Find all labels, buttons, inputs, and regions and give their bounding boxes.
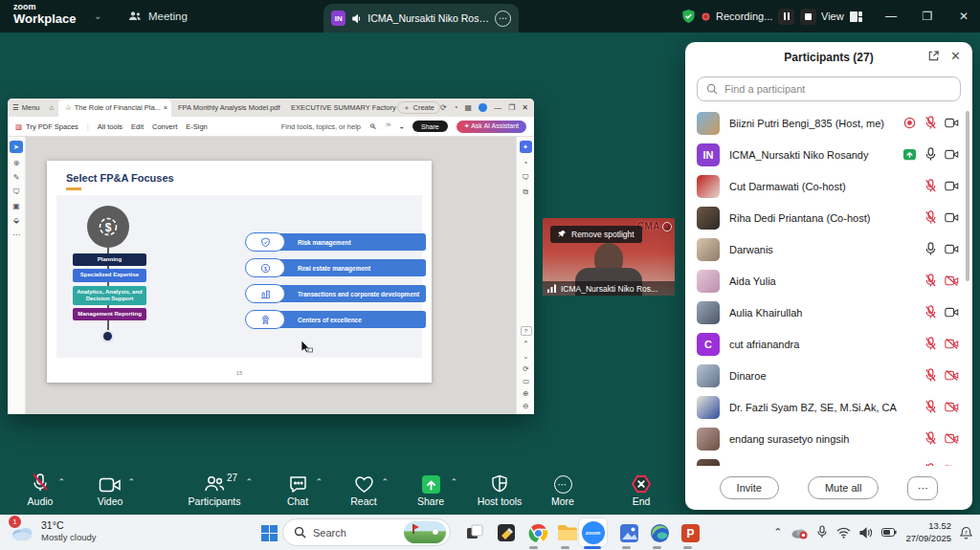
spotlight-video-tile[interactable]: CMA Remove spotlight ICMA_Nursakti Niko … — [543, 218, 675, 296]
tab-active-meeting[interactable]: IN ICMA_Nursakti Niko Rosandy ⋯ — [323, 4, 519, 33]
apps-grid-icon[interactable]: ▦ — [465, 103, 473, 112]
acrobat-menu-button[interactable]: ☰ Menu — [8, 103, 45, 112]
photos-app-icon[interactable] — [616, 520, 641, 545]
fit-page-icon[interactable]: ▭ — [523, 377, 529, 385]
share-options-chevron[interactable]: ⌃ — [450, 477, 457, 487]
mic-off-icon[interactable] — [923, 337, 938, 352]
minimize-button[interactable]: — — [875, 0, 907, 33]
camera-off-icon[interactable] — [944, 431, 959, 447]
acrobat-tab-executive-summary[interactable]: EXECUTIVE SUMMARY Factory ... — [284, 99, 397, 117]
react-button[interactable]: ⌃ React — [333, 471, 394, 513]
esign-menu[interactable]: E-Sign — [186, 122, 208, 131]
participant-row[interactable]: IN ICMA_Nursakti Niko Rosandy — [685, 139, 972, 170]
participants-button[interactable]: 27 ⌃ Participants — [176, 471, 253, 513]
comments-panel-icon[interactable]: 🗨︎ — [522, 173, 529, 182]
tray-chevron-icon[interactable]: ⌃ — [773, 526, 782, 539]
more-tools-icon[interactable]: ⋯ — [12, 231, 20, 239]
page-up-icon[interactable]: ⌃ — [523, 340, 528, 348]
close-tab-icon[interactable]: × — [164, 103, 167, 112]
react-options-chevron[interactable]: ⌃ — [381, 477, 389, 487]
rotate-icon[interactable]: ⟳ — [523, 364, 528, 373]
camera-on-icon[interactable] — [944, 179, 959, 194]
pages-panel-icon[interactable]: ⧉ — [523, 187, 528, 197]
camera-on-icon[interactable] — [944, 116, 959, 131]
mic-off-icon[interactable] — [923, 274, 938, 289]
popout-icon[interactable] — [927, 50, 940, 62]
chrome-icon[interactable] — [525, 520, 550, 545]
participant-row[interactable]: Riha Dedi Priantana (Co-host) — [685, 202, 972, 233]
notifications-icon[interactable]: ◔ — [454, 103, 458, 112]
view-button[interactable]: View — [821, 0, 862, 33]
participants-options-chevron[interactable]: ⌃ — [245, 477, 253, 487]
acrobat-minimize-icon[interactable]: — — [494, 103, 501, 112]
all-tools-menu[interactable]: All tools — [98, 122, 122, 131]
audio-button[interactable]: ⌃ Audio — [10, 471, 71, 513]
mic-off-icon[interactable] — [923, 210, 938, 226]
account-avatar[interactable] — [479, 103, 487, 112]
help-icon[interactable]: ◒ — [400, 122, 405, 131]
tab-meeting[interactable]: Meeting — [128, 0, 188, 33]
zoom-in-icon[interactable]: ⊕ — [523, 389, 528, 398]
refresh-icon[interactable]: ⟳ — [440, 103, 447, 112]
camera-off-icon[interactable] — [944, 337, 959, 352]
participant-row[interactable] — [685, 454, 972, 466]
powerpoint-icon[interactable]: P — [678, 520, 702, 545]
mic-on-icon[interactable] — [923, 147, 938, 163]
mic-off-icon[interactable] — [923, 431, 938, 447]
security-shield-icon[interactable] — [681, 9, 696, 24]
zoom-out-icon[interactable]: ⊖ — [523, 402, 528, 410]
camera-on-icon[interactable] — [944, 305, 959, 320]
camera-off-icon[interactable] — [944, 274, 959, 289]
invite-button[interactable]: Invite — [720, 476, 779, 499]
close-panel-icon[interactable]: ✕ — [950, 49, 961, 63]
chat-options-chevron[interactable]: ⌃ — [315, 477, 323, 487]
edit-menu[interactable]: Edit — [131, 122, 144, 131]
participant-row[interactable]: endang surasetyo ningsih — [685, 423, 972, 454]
camera-off-icon[interactable] — [944, 368, 959, 384]
file-explorer-icon[interactable] — [555, 520, 580, 545]
cloud-icon[interactable]: ⛅︎ — [386, 121, 391, 131]
taskbar-search[interactable]: Search — [282, 518, 451, 546]
recording-cloud-icon[interactable] — [791, 526, 808, 539]
acrobat-tab-fpa-monthly[interactable]: FPA Monthly Analysis Model.pdf — [171, 99, 284, 117]
zoom-tool-icon[interactable]: ⊕ — [13, 159, 20, 167]
battery-icon[interactable] — [881, 528, 897, 537]
ask-ai-assistant-button[interactable]: ✦ Ask AI Assistant — [457, 121, 526, 133]
camera-on-icon[interactable] — [944, 147, 959, 163]
search-highlight-image[interactable] — [404, 521, 446, 543]
video-options-chevron[interactable]: ⌃ — [127, 477, 135, 487]
audio-options-chevron[interactable]: ⌃ — [57, 477, 65, 487]
task-view-button[interactable] — [462, 520, 487, 545]
scrollbar[interactable] — [966, 111, 969, 281]
restore-button[interactable]: ❐ — [911, 0, 944, 33]
ai-assistant-icon[interactable]: ✦ — [520, 141, 532, 153]
participant-row[interactable]: Dr. Fazli Syam BZ, SE, M.Si.Ak, CA — [685, 391, 972, 423]
microphone-tray-icon[interactable] — [816, 525, 828, 539]
participant-row[interactable]: Biizni Putri Bengi_835 (Host, me) — [685, 107, 972, 139]
participant-row[interactable]: Aulia Khairullah — [685, 297, 972, 328]
pdf-spaces-button[interactable]: ▨ Try PDF Spaces — [15, 122, 78, 131]
weather-widget[interactable]: 1 31°C Mostly cloudy — [10, 518, 97, 543]
page-number-box[interactable]: ? — [521, 326, 532, 336]
search-icon[interactable]: 🔍︎ — [369, 122, 377, 131]
convert-menu[interactable]: Convert — [152, 122, 177, 131]
find-tools-search[interactable]: Find tools, topics, or help — [281, 122, 361, 131]
wifi-icon[interactable] — [836, 527, 851, 539]
participant-search-input[interactable]: Find a participant — [697, 77, 961, 101]
history-icon[interactable]: ◔ — [523, 159, 528, 167]
camera-on-icon[interactable] — [944, 242, 959, 257]
mic-off-icon[interactable] — [923, 400, 938, 415]
create-tab-button[interactable]: ＋ Create — [397, 101, 440, 114]
remove-spotlight-button[interactable]: Remove spotlight — [550, 226, 642, 243]
clock-widget[interactable]: 13.52 27/09/2025 — [905, 520, 951, 544]
chat-button[interactable]: ⌃ Chat — [267, 471, 328, 513]
acrobat-restore-icon[interactable]: ❐ — [508, 103, 515, 112]
participant-row[interactable]: Cut Darmawati (Co-host) — [685, 170, 972, 202]
volume-icon[interactable] — [859, 527, 873, 539]
more-button[interactable]: ⋯ More — [532, 471, 593, 513]
acrobat-tab-role-of-financial[interactable]: ☆ The Role of Financial Pla... × — [58, 99, 171, 117]
tab-options-icon[interactable]: ⋯ — [495, 11, 511, 27]
home-icon[interactable]: ⌂ — [45, 103, 59, 112]
chevron-down-icon[interactable]: ⌄ — [94, 11, 101, 21]
comment-tool-icon[interactable]: 🗨︎ — [12, 187, 20, 196]
